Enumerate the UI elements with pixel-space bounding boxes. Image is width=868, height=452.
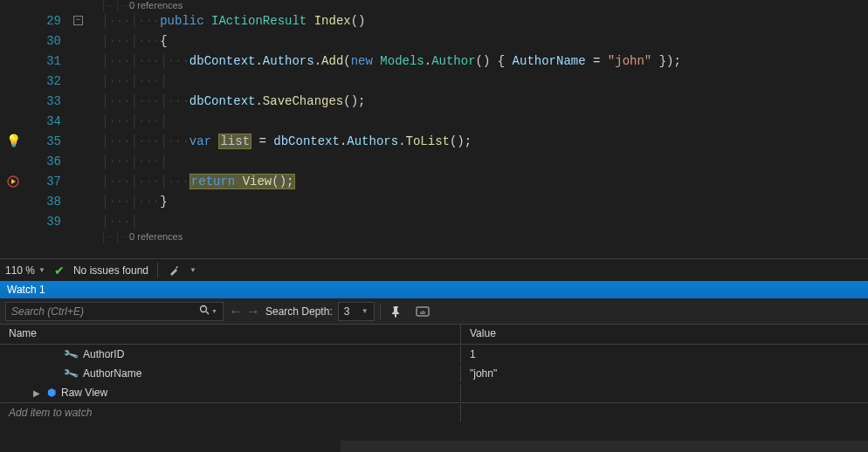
code-line[interactable]: │···│···public IActionResult Index() (101, 10, 868, 31)
wrench-icon: 🔧 (63, 365, 80, 381)
line-number: 32 (26, 74, 66, 88)
code-line[interactable]: │···│···{ (101, 31, 868, 51)
current-statement-arrow-icon (6, 175, 20, 188)
code-line[interactable]: │···│···│···var list = dbContext.Authors… (101, 131, 868, 151)
line-number: 31 (26, 54, 66, 68)
cleanup-icon[interactable] (167, 264, 181, 277)
svg-point-1 (201, 306, 207, 312)
line-number: 30 (26, 34, 66, 48)
code-line[interactable]: │···│···│ (101, 151, 868, 171)
codelens-references[interactable]: 0 references (129, 0, 183, 10)
line-number: 29 (26, 14, 66, 28)
add-watch-item[interactable]: Add item to watch (0, 402, 868, 421)
data-icon: ⬢ (47, 387, 56, 399)
search-next-icon[interactable]: → (246, 304, 260, 319)
editor-status-bar: 110 %▼ ✔ No issues found ▼ (0, 258, 868, 281)
watch-row-raw-view[interactable]: ▶ ⬢ Raw View (0, 383, 868, 402)
wrench-icon: 🔧 (63, 346, 80, 362)
code-line[interactable]: │···│···│···dbContext.Authors.Add(new Mo… (101, 51, 868, 71)
watch-row[interactable]: 🔧AuthorName"john" (0, 364, 868, 383)
line-number: 34 (26, 114, 66, 128)
expand-icon[interactable]: ▶ (33, 388, 42, 398)
line-number: 39 (26, 215, 66, 229)
code-editor[interactable]: 29− 30 31 32 33 34 💡35 36 37 38 39 │···│… (0, 0, 868, 258)
column-header-value[interactable]: Value (461, 325, 868, 344)
watch-panel-header[interactable]: Watch 1 (0, 281, 868, 298)
line-number: 35 (26, 134, 66, 148)
watch-row[interactable]: 🔧AuthorID1 (0, 345, 868, 364)
code-line[interactable]: │···│···} (101, 191, 868, 211)
horizontal-scrollbar[interactable] (341, 441, 868, 452)
code-line[interactable]: │···│···│···return View(); (101, 171, 868, 191)
zoom-level[interactable]: 110 %▼ (5, 264, 45, 277)
line-number: 38 (26, 195, 66, 209)
watch-toolbar: Search (Ctrl+E) ▼ ← → Search Depth: 3▼ a… (0, 298, 868, 325)
svg-text:ab: ab (419, 309, 425, 316)
code-line[interactable]: │···│···│ (101, 71, 868, 91)
pin-icon[interactable] (386, 302, 407, 321)
code-line[interactable]: │···│···│···dbContext.SaveChanges(); (101, 91, 868, 111)
column-header-name[interactable]: Name (0, 325, 461, 344)
svg-line-2 (206, 312, 209, 314)
line-number: 33 (26, 94, 66, 108)
check-icon: ✔ (54, 264, 65, 277)
code-line[interactable]: │···│ (101, 211, 868, 231)
search-depth-input[interactable]: 3▼ (338, 302, 375, 321)
search-prev-icon[interactable]: ← (229, 304, 243, 319)
search-icon[interactable] (199, 305, 210, 318)
issues-status[interactable]: No issues found (73, 264, 148, 277)
search-depth-label: Search Depth: (265, 305, 333, 318)
watch-search-input[interactable]: Search (Ctrl+E) ▼ (5, 302, 224, 321)
codelens-references[interactable]: 0 references (129, 231, 183, 242)
lightbulb-icon[interactable]: 💡 (6, 134, 21, 148)
line-number: 37 (26, 175, 66, 188)
code-line[interactable]: │···│···│ (101, 111, 868, 131)
watch-grid: Name Value 🔧AuthorID1🔧AuthorName"john" ▶… (0, 325, 868, 452)
fold-toggle-icon[interactable]: − (73, 16, 83, 25)
line-number: 36 (26, 154, 66, 168)
show-raw-icon[interactable]: ab (412, 302, 433, 321)
